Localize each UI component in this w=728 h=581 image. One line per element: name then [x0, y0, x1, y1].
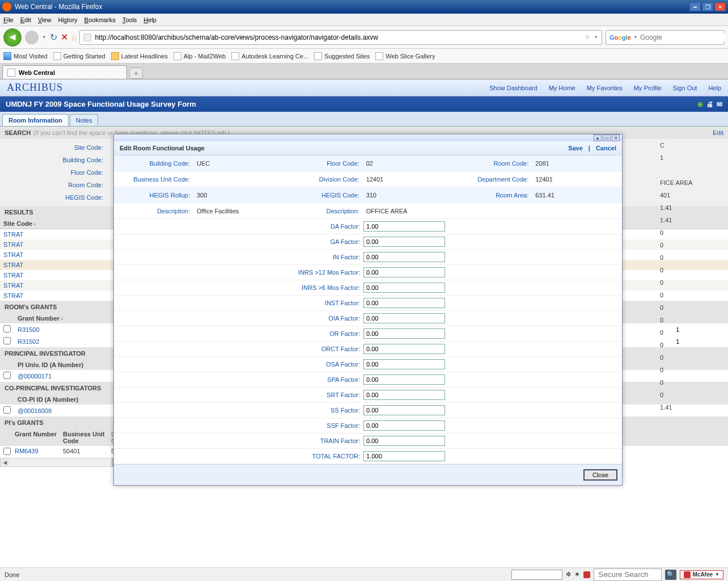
row-checkbox[interactable]	[3, 325, 11, 332]
menu-help[interactable]: Help	[143, 16, 156, 23]
menu-tools[interactable]: Tools	[122, 16, 137, 23]
readonly-field: Room Code2081	[452, 155, 622, 171]
pig-checkbox[interactable]	[3, 448, 11, 455]
factor-input[interactable]	[363, 420, 445, 431]
menu-view[interactable]: View	[38, 16, 52, 23]
row-checkbox[interactable]	[3, 337, 11, 344]
browser-search-input[interactable]	[640, 33, 725, 41]
nav-my-home[interactable]: My Home	[549, 85, 575, 91]
factor-input[interactable]	[363, 359, 445, 369]
modal-collapse-button[interactable]: ▲	[594, 134, 602, 141]
maximize-button[interactable]: ❐	[702, 2, 713, 11]
factor-row: DA Factor	[114, 219, 622, 234]
add-icon[interactable]: ⊕	[697, 100, 703, 108]
search-field-label: HEGIS Code	[5, 194, 107, 201]
nav-my-favorites[interactable]: My Favorites	[587, 85, 623, 91]
factor-input[interactable]	[363, 267, 445, 277]
peek-value: 0	[660, 351, 717, 364]
menu-file[interactable]: File	[3, 16, 14, 23]
search-field-label: Room Code	[5, 182, 107, 188]
factor-input[interactable]	[363, 405, 445, 415]
factor-input[interactable]	[363, 298, 445, 308]
modal-title-bar: Edit Room Functional Usage Save | Cancel	[114, 141, 622, 155]
bookmark-latest-headlines[interactable]: Latest Headlines	[111, 52, 168, 60]
browser-search-box[interactable]: Google ▼ 🔍	[606, 30, 725, 45]
tab-notes[interactable]: Notes	[70, 114, 99, 126]
menu-edit[interactable]: Edit	[20, 16, 31, 23]
cancel-button[interactable]: Cancel	[596, 145, 616, 151]
factor-row: INRS >12 Mos Factor	[114, 265, 622, 280]
peek-value: 0	[660, 314, 717, 326]
factor-row: GA Factor	[114, 234, 622, 250]
peek-value: 1.41	[660, 214, 717, 226]
modal-restore-button[interactable]: ▭	[603, 134, 611, 141]
copi-checkbox[interactable]	[3, 406, 11, 414]
readonly-field: Division Code12401	[283, 171, 453, 187]
bookmark-star-icon[interactable]: ☆	[585, 33, 590, 41]
factor-input[interactable]	[363, 283, 445, 293]
search-field-label: Building Code	[5, 157, 107, 163]
modal-close-x-button[interactable]: ✕	[612, 134, 620, 141]
stop-button[interactable]: ✕	[61, 32, 68, 43]
window-title: Web Central - Mozilla Firefox	[15, 3, 103, 11]
factor-input[interactable]	[363, 390, 445, 400]
factor-input[interactable]	[363, 374, 445, 385]
url-input[interactable]	[95, 33, 581, 41]
page-icon	[314, 52, 322, 60]
back-button[interactable]: ◄	[3, 28, 22, 47]
url-dropdown[interactable]: ▼	[594, 35, 598, 40]
nav-show-dashboard[interactable]: Show Dashboard	[489, 85, 537, 91]
factor-input[interactable]	[363, 436, 445, 446]
factor-input[interactable]	[363, 237, 445, 247]
bookmark-most-visited[interactable]: Most Visited	[3, 52, 48, 60]
menu-bookmarks[interactable]: Bookmarks	[84, 16, 116, 23]
bookmark-autodesk[interactable]: Autodesk Learning Ce...	[231, 52, 308, 60]
modal-title: Edit Room Functional Usage	[120, 145, 205, 151]
bookmark-getting-started[interactable]: Getting Started	[53, 52, 105, 60]
readonly-field: Room Area631.41	[452, 187, 622, 203]
factor-input[interactable]	[363, 344, 445, 354]
factor-input[interactable]	[363, 252, 445, 262]
history-dropdown[interactable]: ▼	[42, 35, 46, 40]
print-icon[interactable]: 🖨	[706, 100, 713, 108]
bookmark-suggested-sites[interactable]: Suggested Sites	[314, 52, 370, 60]
save-button[interactable]: Save	[568, 145, 583, 151]
factor-input[interactable]	[363, 221, 445, 231]
modal-footer: Close	[114, 464, 622, 467]
peek-value: 0	[660, 251, 717, 264]
url-bar[interactable]: ☆ ▼	[79, 30, 602, 45]
readonly-field: DescriptionOffice Facilities	[114, 203, 283, 219]
close-window-button[interactable]: ✕	[714, 2, 726, 11]
home-button[interactable]: ⌂	[71, 33, 76, 42]
readonly-field: Floor Code02	[283, 155, 453, 171]
factor-row: ORCT Factor	[114, 342, 622, 357]
form-title: UMDNJ FY 2009 Space Functional Usage Sur…	[6, 100, 196, 108]
bookmark-web-slice[interactable]: Web Slice Gallery	[375, 52, 435, 60]
tab-room-information[interactable]: Room Information	[2, 114, 69, 126]
factor-row: SPA Factor	[114, 372, 622, 388]
menu-history[interactable]: History	[58, 16, 77, 23]
mail-icon[interactable]: ✉	[717, 100, 722, 108]
factor-row: OR Factor	[114, 326, 622, 342]
forward-button[interactable]	[25, 31, 39, 44]
edit-link[interactable]: Edit	[713, 129, 723, 136]
minimize-button[interactable]: ━	[689, 2, 701, 11]
factor-input[interactable]	[363, 313, 445, 323]
rss-icon	[111, 52, 119, 60]
nav-sign-out[interactable]: Sign Out	[673, 85, 697, 91]
pi-checkbox[interactable]	[3, 372, 11, 379]
search-engine-dropdown[interactable]: ▼	[633, 35, 638, 40]
factor-input[interactable]	[363, 329, 445, 339]
peek-value: 1.41	[660, 201, 717, 214]
bookmark-alp-mail2web[interactable]: Alp - Mail2Web	[173, 52, 226, 60]
browser-tabs: Web Central +	[0, 64, 728, 79]
factor-input[interactable]	[363, 451, 445, 461]
peek-value: 0	[660, 239, 717, 251]
reload-button[interactable]: ↻	[50, 32, 57, 43]
archibus-logo: ARCHIBUS	[7, 82, 63, 94]
nav-help[interactable]: Help	[708, 85, 721, 91]
factor-row: IN Factor	[114, 250, 622, 265]
browser-tab-web-central[interactable]: Web Central	[2, 65, 127, 79]
new-tab-button[interactable]: +	[129, 68, 143, 79]
nav-my-profile[interactable]: My Profile	[634, 85, 662, 91]
